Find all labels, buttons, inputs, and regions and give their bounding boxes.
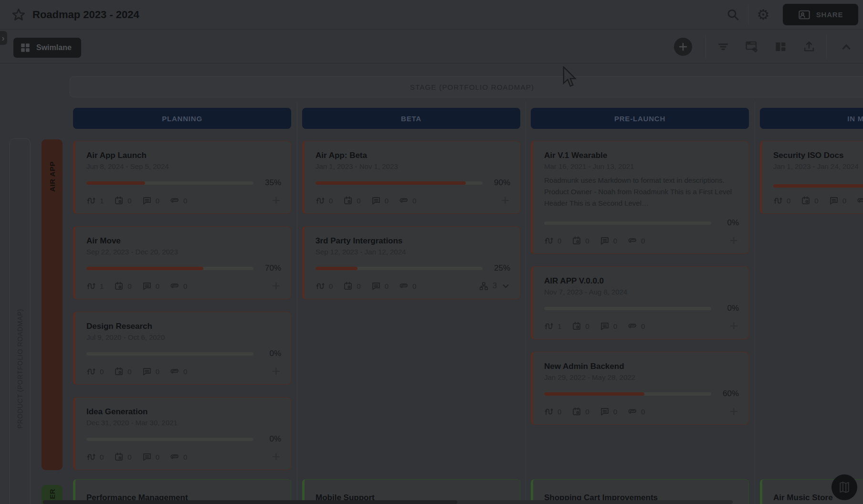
activity-icon-count[interactable]: 1 <box>86 196 104 205</box>
column-header-planning[interactable]: PLANNING <box>73 108 291 129</box>
share-button[interactable]: SHARE <box>783 4 858 25</box>
card-add-button[interactable]: + <box>729 320 739 332</box>
roadmap-item-card[interactable]: New Admin Backend Jan 29, 2022 - May 28,… <box>531 352 749 425</box>
roadmap-item-card[interactable]: Air App: Beta Jan 1, 2023 - Nov 1, 2023 … <box>302 141 520 214</box>
scrollbar-thumb[interactable] <box>43 500 457 504</box>
calendar-icon <box>572 407 581 416</box>
card-add-button[interactable]: + <box>729 235 739 246</box>
comment-icon-count[interactable]: 0 <box>600 407 617 416</box>
activity-icon <box>86 196 96 205</box>
calendar-icon-count[interactable]: 0 <box>572 407 589 416</box>
star-icon[interactable] <box>11 8 26 22</box>
roadmap-item-card[interactable]: Idea Generation Dec 31, 2020 - Mar 30, 2… <box>73 397 291 470</box>
comment-icon-count[interactable]: 0 <box>600 321 617 331</box>
comment-icon-count[interactable]: 0 <box>829 196 846 205</box>
activity-icon-count[interactable]: 0 <box>316 281 333 291</box>
card-date-range: Jul 9, 2020 - Oct 6, 2020 <box>86 333 281 341</box>
comment-icon-count[interactable]: 0 <box>142 196 159 205</box>
search-button[interactable] <box>722 4 744 26</box>
column-header-in-market[interactable]: IN MARKET <box>760 108 863 129</box>
activity-icon-count[interactable]: 0 <box>86 367 104 376</box>
paperclip-icon-count[interactable]: 0 <box>399 281 416 291</box>
roadmap-item-card[interactable]: Security ISO Docs Jan 1, 2023 - Jan 24, … <box>760 141 863 214</box>
roadmap-item-card[interactable]: Air Move Sep 22, 2023 - Dec 20, 2023 70%… <box>73 226 291 299</box>
column-header-beta[interactable]: BETA <box>302 108 520 129</box>
chevron-up-icon <box>840 41 852 53</box>
comment-icon-count[interactable]: 0 <box>142 367 159 376</box>
horizontal-scrollbar[interactable] <box>43 500 733 504</box>
comment-icon <box>600 321 610 331</box>
comment-icon-count[interactable]: 0 <box>600 236 617 245</box>
export-upload-icon <box>802 40 816 53</box>
filter-button[interactable] <box>709 35 737 59</box>
calendar-icon-count[interactable]: 0 <box>343 196 360 205</box>
calendar-icon-count[interactable]: 0 <box>114 452 131 462</box>
activity-icon <box>544 321 554 331</box>
column-header-label: PRE-LAUNCH <box>614 115 665 123</box>
activity-icon-count[interactable]: 0 <box>544 236 561 245</box>
card-title: Air App Launch <box>86 150 281 161</box>
layout-button[interactable] <box>766 35 795 59</box>
calendar-icon-count[interactable]: 0 <box>343 281 360 291</box>
calendar-icon-count[interactable]: 0 <box>801 196 818 205</box>
paperclip-icon-count[interactable]: 0 <box>628 321 645 331</box>
card-add-button[interactable]: + <box>729 406 739 417</box>
meta-count-value: 0 <box>100 368 104 376</box>
calendar-icon-count[interactable]: 0 <box>114 367 131 376</box>
card-add-button[interactable]: + <box>501 195 510 206</box>
calendar-icon-count[interactable]: 0 <box>572 236 589 245</box>
roadmunk-logo-button[interactable] <box>831 474 857 500</box>
activity-icon-count[interactable]: 0 <box>773 196 790 205</box>
activity-icon-count[interactable]: 0 <box>544 407 561 416</box>
card-add-button[interactable]: + <box>272 366 281 377</box>
roadmap-item-card[interactable]: AIR APP V.0.0.0 Nov 7, 2023 - Aug 8, 202… <box>531 266 749 339</box>
card-add-button[interactable]: + <box>272 195 281 206</box>
progress-bar: 0% <box>86 434 281 444</box>
sub-items-toggle[interactable]: 3 <box>479 282 510 291</box>
paperclip-icon-count[interactable]: 0 <box>170 196 187 205</box>
meta-count-value: 0 <box>814 197 818 205</box>
progress-percent: 0% <box>259 434 281 444</box>
activity-icon-count[interactable]: 1 <box>544 321 561 331</box>
paperclip-icon-count[interactable]: 0 <box>628 407 645 416</box>
paperclip-icon-count[interactable]: 0 <box>170 452 187 462</box>
view-grid-icon <box>20 42 31 53</box>
meta-count-value: 0 <box>183 282 187 290</box>
comment-icon-count[interactable]: 0 <box>142 452 159 462</box>
paperclip-icon-count[interactable]: 0 <box>170 281 187 291</box>
view-switcher-swimlane[interactable]: Swimlane <box>13 38 81 58</box>
column-header-pre-launch[interactable]: PRE-LAUNCH <box>531 108 749 129</box>
export-button[interactable] <box>795 35 823 59</box>
comment-icon-count[interactable]: 0 <box>371 196 389 205</box>
paperclip-icon-count[interactable]: 0 <box>399 196 416 205</box>
card-title: Air Move <box>86 236 281 246</box>
meta-count-value: 0 <box>183 368 187 376</box>
collapse-toolbar-button[interactable] <box>830 35 863 59</box>
comment-icon-count[interactable]: 0 <box>371 281 389 291</box>
integrations-button[interactable] <box>737 35 766 59</box>
calendar-icon-count[interactable]: 0 <box>114 196 131 205</box>
roadmap-item-card[interactable]: Design Research Jul 9, 2020 - Oct 6, 202… <box>73 312 291 385</box>
activity-icon-count[interactable]: 1 <box>86 281 104 291</box>
settings-button[interactable]: ⚙ <box>752 4 774 26</box>
activity-icon-count[interactable]: 0 <box>316 196 333 205</box>
expand-sidebar-button[interactable]: › <box>0 31 7 45</box>
roadmap-item-card[interactable]: 3rd Party Intergrations Sep 12, 2023 - J… <box>302 226 520 299</box>
calendar-icon-count[interactable]: 0 <box>572 321 589 331</box>
paperclip-icon-count[interactable]: 0 <box>857 196 863 205</box>
comment-icon-count[interactable]: 0 <box>142 281 159 291</box>
roadmap-item-card[interactable]: Air App Launch Jun 8, 2024 - Sep 5, 2024… <box>73 141 291 214</box>
card-add-button[interactable]: + <box>272 280 281 292</box>
swimlane-label-air-app[interactable]: AIR APP <box>42 139 63 470</box>
gear-icon: ⚙ <box>757 8 770 22</box>
add-item-button[interactable] <box>674 38 692 56</box>
roadmap-item-card[interactable]: Air V.1 Wearable Mar 16, 2021 - Jun 13, … <box>531 141 749 254</box>
meta-count-value: 0 <box>127 197 131 205</box>
card-add-button[interactable]: + <box>272 451 281 462</box>
card-title: New Admin Backend <box>544 361 739 372</box>
calendar-icon-count[interactable]: 0 <box>114 281 131 291</box>
paperclip-icon-count[interactable]: 0 <box>628 236 645 245</box>
activity-icon-count[interactable]: 0 <box>86 452 104 462</box>
column-header-label: IN MARKET <box>847 115 863 123</box>
paperclip-icon-count[interactable]: 0 <box>170 367 187 376</box>
